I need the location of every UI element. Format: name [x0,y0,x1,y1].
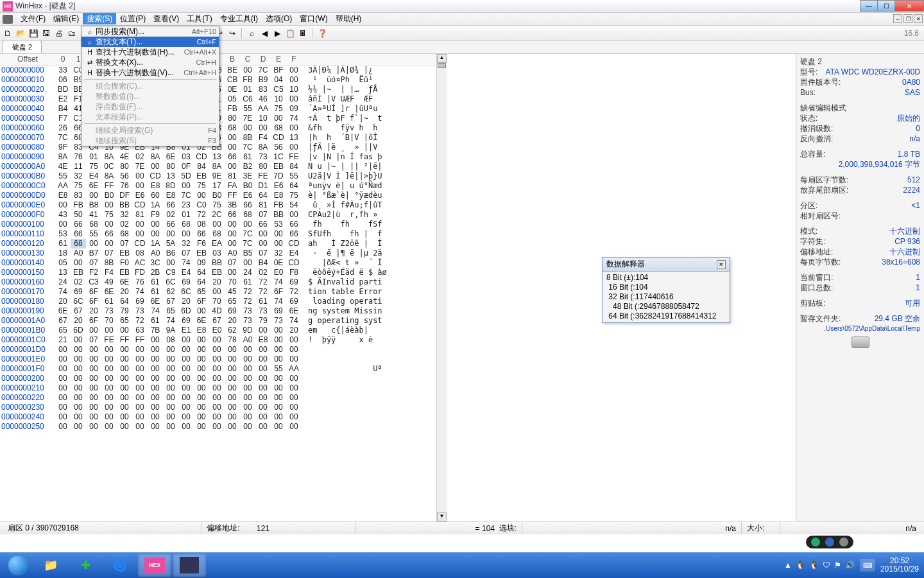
byte-cell[interactable]: 03 [209,249,225,258]
byte-cell[interactable]: 08 [163,335,178,345]
byte-cell[interactable]: 55 [271,364,286,374]
byte-cell[interactable]: 00 [178,229,194,239]
byte-cell[interactable]: 9E [209,171,225,181]
byte-cell[interactable]: 00 [255,239,271,249]
byte-cell[interactable]: 07 [178,249,194,258]
hex-row[interactable]: 00000001E0000000000000000000000000000000… [0,355,436,364]
byte-cell[interactable]: 00 [225,143,240,152]
byte-cell[interactable]: C9 [163,268,178,277]
byte-cell[interactable]: 00 [132,403,148,412]
byte-cell[interactable]: 00 [148,383,163,393]
byte-cell[interactable]: 64 [194,268,209,277]
ascii-cell[interactable] [302,383,382,393]
menu-6[interactable]: 专业工具(I) [216,13,262,24]
pill-green-icon[interactable] [811,538,820,547]
byte-cell[interactable]: 6F [86,297,101,306]
byte-cell[interactable]: DF [117,191,132,200]
byte-cell[interactable]: 00 [255,412,271,422]
hex-row[interactable]: 0000000220000000000000000000000000000000… [0,393,436,403]
byte-cell[interactable]: 00 [225,403,240,412]
byte-cell[interactable]: 61 [240,277,255,287]
byte-cell[interactable]: B0 [101,191,117,200]
ascii-cell[interactable]: ½¾ |~ | |… ƒÅ [302,85,377,94]
byte-cell[interactable]: 00 [209,355,225,364]
byte-cell[interactable]: 66 [225,152,240,162]
byte-cell[interactable]: 00 [71,258,86,268]
pill-blue-icon[interactable] [825,538,834,547]
byte-cell[interactable]: 6E [163,152,178,162]
byte-cell[interactable]: E6 [132,191,148,200]
byte-cell[interactable]: 00 [132,171,148,181]
byte-cell[interactable]: 68 [71,239,86,249]
byte-cell[interactable]: 00 [286,403,302,412]
mdi-close[interactable]: ✕ [914,14,923,23]
byte-cell[interactable]: 00 [117,345,132,355]
byte-cell[interactable]: 00 [86,364,101,374]
byte-cell[interactable]: CD [286,258,302,268]
byte-cell[interactable]: 07 [86,258,101,268]
byte-cell[interactable]: 00 [117,422,132,432]
byte-cell[interactable]: 00 [225,374,240,383]
byte-cell[interactable]: 46 [255,94,271,104]
byte-cell[interactable]: 00 [71,355,86,364]
tray-flag-icon[interactable]: ⚑ [834,561,841,570]
byte-cell[interactable]: 9A [163,326,178,335]
byte-cell[interactable]: 01 [178,210,194,220]
byte-cell[interactable]: 01 [86,152,101,162]
ascii-cell[interactable]: ng system Missin [302,306,382,316]
byte-cell[interactable]: 8A [55,152,71,162]
byte-cell[interactable]: E8 [163,191,178,200]
byte-cell[interactable]: 00 [194,412,209,422]
menu-1[interactable]: 编辑(E) [49,13,83,24]
byte-cell[interactable]: 20 [209,277,225,287]
byte-cell[interactable]: 00 [255,374,271,383]
byte-cell[interactable]: E2 [55,94,71,104]
byte-cell[interactable]: 20 [117,287,132,297]
byte-cell[interactable]: 21 [55,335,71,345]
byte-cell[interactable]: CD [132,239,148,249]
byte-cell[interactable]: 00 [178,393,194,403]
byte-cell[interactable]: BB [117,200,132,210]
byte-cell[interactable]: 00 [209,374,225,383]
byte-cell[interactable]: 00 [286,383,302,393]
byte-cell[interactable]: 02 [255,268,271,277]
ascii-cell[interactable] [302,403,382,412]
byte-cell[interactable]: 20 [71,316,86,326]
byte-cell[interactable]: 68 [178,220,194,229]
byte-cell[interactable]: 00 [271,229,286,239]
hex-row[interactable]: 00000001B0656D000000637B9AE1E8E0629D0000… [0,326,436,335]
byte-cell[interactable]: FE [286,152,302,162]
hex-row[interactable]: 0000000200000000000000000000000000000000… [0,374,436,383]
ascii-cell[interactable] [302,374,382,383]
ascii-cell[interactable]: &fh fÿv h h [302,123,377,133]
byte-cell[interactable]: AA [255,104,271,114]
byte-cell[interactable]: 75 [194,181,209,191]
byte-cell[interactable]: 00 [240,403,255,412]
byte-cell[interactable]: 1A [148,239,163,249]
byte-cell[interactable]: F4 [101,268,117,277]
byte-cell[interactable]: 55 [286,171,302,181]
byte-cell[interactable]: 73 [240,306,255,316]
byte-cell[interactable]: 69 [271,306,286,316]
byte-cell[interactable]: 5D [178,171,194,181]
byte-cell[interactable]: F8 [286,268,302,277]
byte-cell[interactable]: 00 [55,374,71,383]
byte-cell[interactable]: 00 [286,355,302,364]
byte-cell[interactable]: 76 [132,277,148,287]
byte-cell[interactable]: 74 [132,287,148,297]
byte-cell[interactable]: B2 [240,162,255,171]
byte-cell[interactable]: 8A [209,162,225,171]
byte-cell[interactable]: CD [148,171,163,181]
byte-cell[interactable]: 6E [101,287,117,297]
byte-cell[interactable]: 67 [55,316,71,326]
byte-cell[interactable]: 00 [225,383,240,393]
byte-cell[interactable]: 02 [163,210,178,220]
byte-cell[interactable]: 6F [86,316,101,326]
byte-cell[interactable]: 00 [240,355,255,364]
ascii-cell[interactable]: |v |N |n Í fas þ [302,152,382,162]
byte-cell[interactable]: 50 [71,210,86,220]
byte-cell[interactable]: CD [286,239,302,249]
byte-cell[interactable]: 84 [286,162,302,171]
find-icon[interactable]: ⌕ [246,28,257,39]
tab-disk2[interactable]: 硬盘 2 [3,40,42,53]
